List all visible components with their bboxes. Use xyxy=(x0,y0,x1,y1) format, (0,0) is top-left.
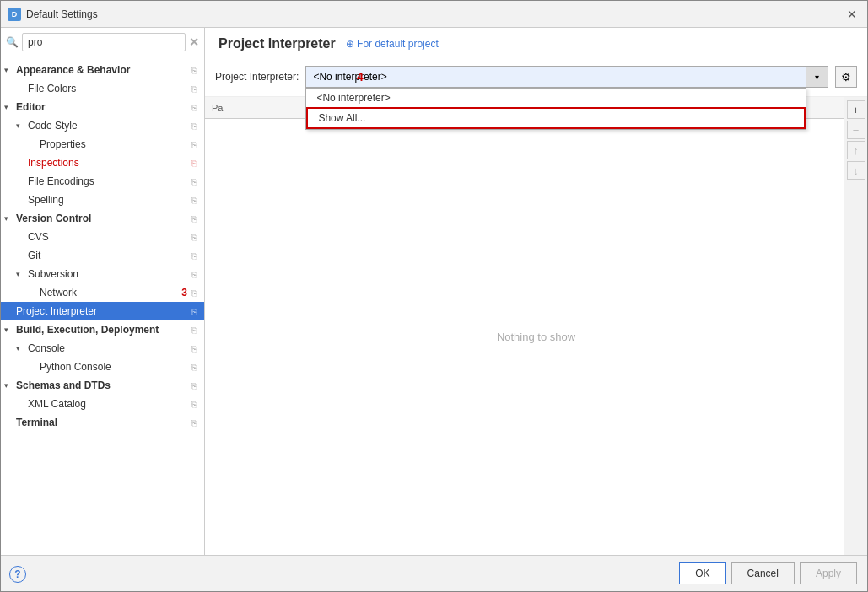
sidebar-item-label: Subversion xyxy=(28,268,187,280)
sidebar-item-label: Schemas and DTDs xyxy=(16,379,187,391)
copy-icon: ⎘ xyxy=(187,286,201,299)
sidebar-item-version-control[interactable]: ▾ Version Control ⎘ xyxy=(1,209,204,228)
sidebar-item-schemas-dtds[interactable]: ▾ Schemas and DTDs ⎘ xyxy=(1,376,204,395)
sidebar-item-code-style[interactable]: ▾ Code Style ⎘ xyxy=(1,116,204,135)
sidebar-item-project-interpreter[interactable]: Project Interpreter ⎘ xyxy=(1,302,204,320)
step-badge-3: 3 xyxy=(181,287,187,299)
copy-icon: ⎘ xyxy=(187,137,201,151)
copy-icon: ⎘ xyxy=(187,304,201,318)
sidebar-item-label: Version Control xyxy=(16,213,187,224)
copy-icon: ⎘ xyxy=(187,100,201,114)
copy-icon: ⎘ xyxy=(187,82,201,95)
sidebar-item-label: Python Console xyxy=(40,361,187,373)
sidebar-item-appearance[interactable]: ▾ Appearance & Behavior ⎘ xyxy=(1,61,204,79)
sidebar-item-label: File Encodings xyxy=(28,175,187,187)
sidebar-item-label: Project Interpreter xyxy=(16,305,187,317)
interpreter-dropdown-menu: <No interpreter> Show All... xyxy=(305,88,806,130)
copy-icon: ⎘ xyxy=(187,175,201,188)
for-default-project-tab[interactable]: ⊕ For default project xyxy=(346,38,439,50)
sidebar-item-label: Editor xyxy=(16,101,187,113)
ok-button[interactable]: OK xyxy=(679,562,725,584)
sidebar-item-label: Terminal xyxy=(16,417,187,428)
close-button[interactable]: ✕ xyxy=(844,6,860,23)
search-input[interactable] xyxy=(22,33,186,51)
table-toolbar: + − ↑ ↓ xyxy=(844,97,867,555)
expand-arrow: ▾ xyxy=(4,66,16,74)
sidebar-item-properties[interactable]: Properties ⎘ xyxy=(1,135,204,153)
expand-arrow: ▾ xyxy=(4,381,16,390)
sidebar-item-label: Spelling xyxy=(28,194,187,206)
step-4-badge: 4 xyxy=(357,70,364,83)
expand-arrow: ▾ xyxy=(16,344,28,353)
sidebar-item-file-encodings[interactable]: File Encodings ⎘ xyxy=(1,172,204,191)
interpreter-settings-button[interactable]: ⚙ xyxy=(835,66,857,88)
expand-arrow: ▾ xyxy=(4,103,16,111)
sidebar-item-label: Code Style xyxy=(28,120,187,132)
sidebar-item-xml-catalog[interactable]: XML Catalog ⎘ xyxy=(1,395,204,413)
settings-window: D Default Settings ✕ 🔍 ✕ ▾ Appearance & … xyxy=(0,0,868,592)
apply-button[interactable]: Apply xyxy=(800,562,857,584)
main-header: Project Interpreter ⊕ For default projec… xyxy=(205,28,867,57)
sidebar-item-spelling[interactable]: Spelling ⎘ xyxy=(1,191,204,209)
title-bar-left: D Default Settings xyxy=(8,8,98,21)
expand-arrow: ▾ xyxy=(16,121,28,130)
sidebar-item-file-colors[interactable]: File Colors ⎘ xyxy=(1,79,204,98)
sidebar-item-label: Build, Execution, Deployment xyxy=(16,324,187,336)
dropdown-item-no-interpreter[interactable]: <No interpreter> xyxy=(306,89,806,107)
sidebar-item-label: Git xyxy=(28,250,187,261)
sidebar-item-label: XML Catalog xyxy=(28,398,187,410)
footer-bar: OK Cancel Apply xyxy=(1,555,867,591)
help-button[interactable]: ? xyxy=(9,566,26,583)
add-package-button[interactable]: + xyxy=(847,100,865,119)
search-clear-button[interactable]: ✕ xyxy=(189,35,199,49)
dropdown-item-show-all[interactable]: Show All... xyxy=(306,107,806,129)
move-down-button[interactable]: ↓ xyxy=(847,161,865,180)
copy-icon: ⎘ xyxy=(187,212,201,225)
table-area: Pa Nothing to show + − ↑ ↓ xyxy=(205,97,867,555)
move-up-button[interactable]: ↑ xyxy=(847,141,865,159)
search-icon: 🔍 xyxy=(6,36,19,48)
dropdown-arrow-button[interactable]: ▾ xyxy=(806,66,828,88)
sidebar-item-label: CVS xyxy=(28,231,187,243)
table-body: Nothing to show xyxy=(205,119,867,555)
interpreter-select-wrapper: <No interpreter> ▾ <No interpreter> Show… xyxy=(305,66,828,88)
main-panel: Project Interpreter ⊕ For default projec… xyxy=(205,28,867,555)
copy-icon: ⎘ xyxy=(187,119,201,132)
sidebar: 🔍 ✕ ▾ Appearance & Behavior ⎘ File Color… xyxy=(1,28,205,555)
expand-arrow: ▾ xyxy=(16,270,28,278)
sidebar-item-label: Console xyxy=(28,342,187,354)
copy-icon: ⎘ xyxy=(187,416,201,429)
expand-arrow: ▾ xyxy=(4,214,16,223)
sidebar-item-subversion[interactable]: ▾ Subversion ⎘ xyxy=(1,265,204,283)
cancel-button[interactable]: Cancel xyxy=(731,562,795,584)
nav-tree: ▾ Appearance & Behavior ⎘ File Colors ⎘ … xyxy=(1,57,204,555)
copy-icon: ⎘ xyxy=(187,193,201,207)
sidebar-item-label: File Colors xyxy=(28,83,187,94)
copy-icon: ⎘ xyxy=(187,379,201,392)
copy-icon: ⎘ xyxy=(187,360,201,374)
sidebar-item-console[interactable]: ▾ Console ⎘ xyxy=(1,339,204,358)
content-area: 🔍 ✕ ▾ Appearance & Behavior ⎘ File Color… xyxy=(1,28,867,555)
interpreter-dropdown[interactable]: <No interpreter> xyxy=(305,66,828,88)
copy-icon: ⎘ xyxy=(187,63,201,77)
sidebar-item-git[interactable]: Git ⎘ xyxy=(1,246,204,265)
sidebar-item-editor[interactable]: ▾ Editor ⎘ xyxy=(1,98,204,116)
sidebar-item-network[interactable]: Network 3 ⎘ xyxy=(1,283,204,302)
sidebar-item-terminal[interactable]: Terminal ⎘ xyxy=(1,413,204,432)
search-bar: 🔍 ✕ xyxy=(1,28,204,57)
sidebar-item-inspections[interactable]: Inspections ⎘ xyxy=(1,153,204,172)
interpreter-label: Project Interpreter: xyxy=(215,71,299,83)
sidebar-item-build-execution[interactable]: ▾ Build, Execution, Deployment ⎘ xyxy=(1,320,204,339)
remove-package-button[interactable]: − xyxy=(847,121,865,139)
title-bar: D Default Settings ✕ xyxy=(1,1,867,28)
copy-icon: ⎘ xyxy=(187,267,201,281)
interpreter-row: Project Interpreter: <No interpreter> ▾ … xyxy=(205,57,867,97)
sidebar-item-python-console[interactable]: Python Console ⎘ xyxy=(1,358,204,376)
sidebar-item-label: Properties xyxy=(40,138,187,150)
app-icon: D xyxy=(8,8,21,21)
sidebar-item-label: Network xyxy=(40,287,178,299)
copy-icon: ⎘ xyxy=(187,323,201,336)
window-title: Default Settings xyxy=(26,8,98,20)
copy-icon: ⎘ xyxy=(187,342,201,355)
sidebar-item-cvs[interactable]: CVS ⎘ xyxy=(1,228,204,246)
